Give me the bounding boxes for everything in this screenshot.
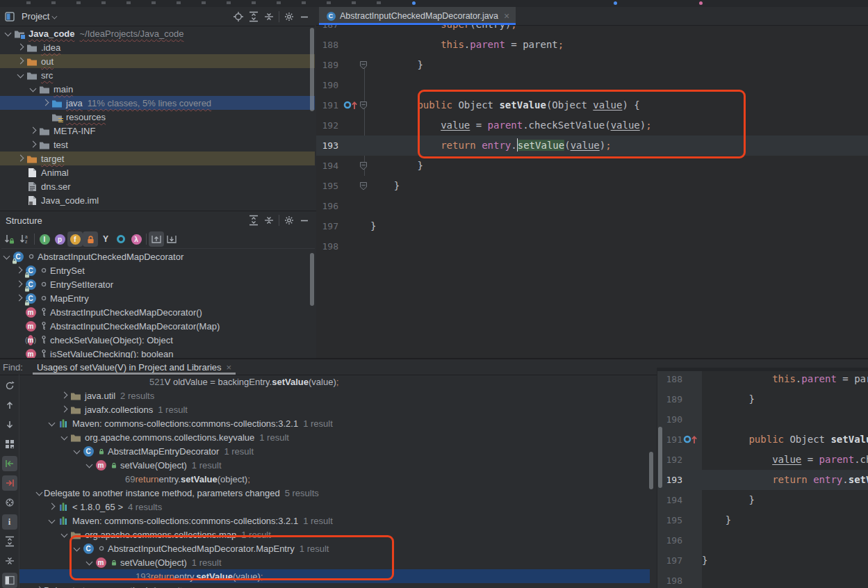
fold-marker-icon[interactable]	[359, 101, 370, 111]
chevron-down-icon[interactable]	[72, 544, 81, 553]
nav-prev-icon[interactable]	[2, 456, 17, 471]
project-item-animal[interactable]: Animal	[0, 165, 315, 179]
find-result-abstractinputcheckedmapdecorator-mapentry[interactable]: CAbstractInputCheckedMapDecorator.MapEnt…	[19, 541, 650, 555]
settings-icon[interactable]	[281, 213, 297, 228]
find-result-usage-line[interactable]: 69 return entry.setValue(object);	[19, 472, 650, 486]
structure-panel-title[interactable]: Structure	[6, 215, 42, 226]
expand-all-icon[interactable]	[2, 534, 17, 549]
up-icon[interactable]	[2, 398, 17, 413]
fold-marker-icon[interactable]	[359, 161, 370, 171]
code-text[interactable]: public Object setValue(Object value) {	[370, 95, 640, 115]
find-result-javafx-collections[interactable]: javafx.collections1 result	[19, 402, 650, 416]
find-result-usage-line[interactable]: 521 V oldValue = backingEntry.setValue(v…	[19, 375, 650, 389]
tray-down-icon[interactable]	[164, 231, 179, 247]
structure-item-abstractinputcheckedmapdecorator[interactable]: mAbstractInputCheckedMapDecorator()	[0, 305, 315, 319]
chevron-down-icon[interactable]	[47, 516, 56, 525]
chevron-right-icon[interactable]	[15, 42, 25, 52]
project-title-chevron-icon[interactable]	[51, 13, 58, 20]
hide-icon[interactable]	[297, 9, 312, 24]
find-result-delegate-to-another-instance-method-parameters-changed[interactable]: Delegate to another instance method, par…	[19, 486, 650, 500]
expand-all-icon[interactable]	[246, 9, 261, 24]
chevron-right-icon[interactable]	[14, 279, 24, 289]
chevron-right-icon[interactable]	[34, 585, 44, 588]
fold-marker-icon[interactable]	[359, 60, 370, 70]
chevron-right-icon[interactable]	[59, 391, 69, 400]
overrides-method-icon[interactable]	[682, 433, 702, 446]
vis-nonpublic-icon[interactable]	[83, 231, 98, 247]
chevron-right-icon[interactable]	[47, 502, 56, 512]
code-text[interactable]: this.parent = parent;	[370, 35, 564, 55]
chevron-down-icon[interactable]	[59, 530, 69, 539]
chevron-right-icon[interactable]	[59, 405, 69, 414]
sort-alpha-icon[interactable]: az	[17, 231, 32, 247]
info-icon[interactable]: i	[2, 514, 17, 530]
code-text[interactable]: }	[370, 216, 376, 236]
grid-icon[interactable]	[2, 436, 17, 452]
preview-scrollbar[interactable]	[658, 427, 662, 488]
chevron-down-icon[interactable]	[28, 84, 38, 94]
structure-item-abstractinputcheckedmapdecorator[interactable]: CAbstractInputCheckedMapDecorator	[0, 250, 315, 263]
find-tree-scrollbar[interactable]	[649, 452, 653, 489]
project-scrollbar[interactable]	[310, 28, 314, 111]
project-panel-title[interactable]: Project	[22, 11, 49, 22]
vis-fields-icon[interactable]: f	[67, 231, 83, 247]
chevron-down-icon[interactable]	[15, 70, 25, 80]
chevron-right-icon[interactable]	[15, 154, 25, 163]
chevron-right-icon[interactable]	[28, 126, 38, 136]
structure-item-issetvaluechecking-boolean[interactable]: misSetValueChecking(): boolean	[0, 347, 315, 359]
project-item-src[interactable]: src	[0, 68, 315, 82]
find-result-abstractmapentrydecorator[interactable]: CAbstractMapEntryDecorator1 result	[19, 444, 650, 458]
structure-item-checksetvalue-object-object[interactable]: (m)checkSetValue(Object): Object	[0, 333, 315, 347]
settings-icon[interactable]	[281, 9, 297, 24]
chevron-down-icon[interactable]	[3, 28, 13, 38]
find-result-org-apache-commons-collections-map[interactable]: org.apache.commons.collections.map1 resu…	[19, 528, 650, 541]
project-item-idea[interactable]: .idea	[0, 40, 315, 54]
vis-inherited-icon[interactable]: I	[37, 231, 52, 247]
project-item-java[interactable]: java11% classes, 5% lines covered	[0, 96, 315, 110]
chevron-right-icon[interactable]	[14, 266, 24, 275]
hide-icon[interactable]	[297, 213, 312, 228]
find-result-org-apache-commons-collections-keyvalue[interactable]: org.apache.commons.collections.keyvalue1…	[19, 430, 650, 444]
project-item-resources[interactable]: resources	[0, 110, 315, 124]
chevron-down-icon[interactable]	[47, 418, 56, 428]
project-item-main[interactable]: main	[0, 82, 315, 96]
tray-up-icon[interactable]	[149, 231, 164, 247]
project-item-java-code-iml[interactable]: Java_code.iml	[0, 193, 315, 207]
chevron-down-icon[interactable]	[34, 488, 44, 498]
vis-ring-icon[interactable]	[113, 231, 129, 247]
structure-item-entryset[interactable]: CEntrySet	[0, 263, 315, 277]
code-text[interactable]: }	[370, 156, 423, 176]
chevron-down-icon[interactable]	[1, 252, 11, 261]
find-results-tab[interactable]: Usages of setValue(V) in Project and Lib…	[33, 359, 236, 375]
vis-lambda-icon[interactable]: λ	[129, 231, 144, 247]
editor-tab-close-icon[interactable]: ×	[504, 10, 509, 22]
find-result-java-util[interactable]: java.util2 results	[19, 389, 650, 402]
chevron-right-icon[interactable]	[14, 293, 24, 303]
find-result-1-8-0-65[interactable]: < 1.8.0_65 >4 results	[19, 500, 650, 514]
refresh-icon[interactable]	[2, 378, 17, 393]
chevron-right-icon[interactable]	[40, 98, 50, 108]
project-item-out[interactable]: out	[0, 54, 315, 68]
structure-scrollbar[interactable]	[310, 253, 314, 306]
editor-tab[interactable]: C AbstractInputCheckedMapDecorator.java …	[319, 7, 516, 25]
structure-item-entrysetiterator[interactable]: CEntrySetIterator	[0, 277, 315, 291]
project-item-meta-inf[interactable]: META-INF	[0, 124, 315, 138]
code-text[interactable]: value = parent.checkSetValue(value);	[370, 115, 652, 136]
find-result-usage-line[interactable]: 193 return entry.setValue(value);	[19, 569, 650, 583]
chevron-right-icon[interactable]	[15, 56, 25, 66]
find-result-delegate-to-super-method[interactable]: Delegate to super method1 result	[19, 583, 650, 588]
chevron-down-icon[interactable]	[72, 446, 81, 456]
find-result-setvalue-object[interactable]: msetValue(Object)1 result	[19, 458, 650, 472]
chevron-right-icon[interactable]	[28, 140, 38, 149]
preview-icon[interactable]	[2, 573, 17, 588]
chevron-down-icon[interactable]	[84, 460, 94, 470]
project-item-target[interactable]: target	[0, 152, 315, 165]
structure-item-mapentry[interactable]: CMapEntry	[0, 291, 315, 305]
find-result-setvalue-object[interactable]: msetValue(Object)1 result	[19, 555, 650, 569]
collapse-all-icon[interactable]	[2, 553, 17, 569]
code-text[interactable]: return entry.setValue(value);	[370, 136, 612, 156]
fold-marker-icon[interactable]	[359, 181, 370, 191]
find-result-maven-commons-collections-commons-collections-3-2-1[interactable]: Maven: commons-collections:commons-colle…	[19, 416, 650, 430]
find-result-maven-commons-collections-commons-collections-3-2-1[interactable]: Maven: commons-collections:commons-colle…	[19, 514, 650, 528]
find-tab-close-icon[interactable]: ×	[227, 362, 232, 373]
